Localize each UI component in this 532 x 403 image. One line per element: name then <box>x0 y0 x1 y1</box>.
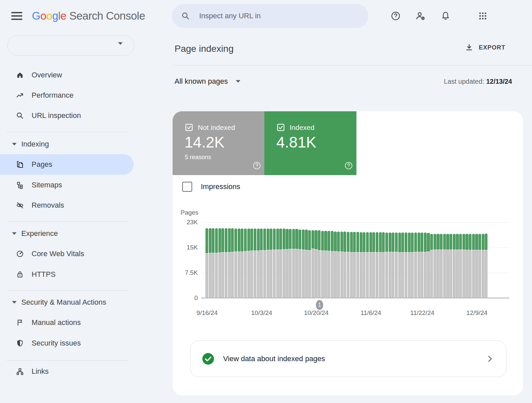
card-label: Not indexed <box>198 124 235 132</box>
sidebar-item-links[interactable]: Links <box>0 363 140 380</box>
chart-bar-not-indexed <box>283 250 285 298</box>
chart-bar <box>421 224 423 298</box>
chart-bar-indexed <box>482 234 484 250</box>
chart-bar <box>260 224 263 298</box>
sidebar-item-label: Removals <box>32 201 64 210</box>
chart-bar-not-indexed <box>247 251 250 298</box>
chart-bar <box>401 224 404 298</box>
chart-bar <box>398 224 401 298</box>
chart-bar-indexed <box>209 228 211 253</box>
chart-bar <box>276 224 279 298</box>
help-button[interactable] <box>388 8 404 24</box>
card-value: 14.2K <box>185 133 224 151</box>
chart-bar-not-indexed <box>350 252 353 298</box>
chart-bar-indexed <box>267 229 269 250</box>
chart-bar-indexed <box>334 232 336 251</box>
chart-bar-not-indexed <box>376 252 378 298</box>
help-circle-icon[interactable] <box>344 161 353 170</box>
export-button[interactable]: EXPORT <box>465 43 505 52</box>
url-inspect-searchbar[interactable] <box>172 4 368 28</box>
chart-bar-not-indexed <box>308 251 311 298</box>
chart-bar-indexed <box>356 232 359 252</box>
chart-bar-not-indexed <box>414 252 417 298</box>
chart-bar-indexed <box>376 232 378 252</box>
chart-bar <box>366 224 369 298</box>
checkbox-checked-icon[interactable] <box>277 123 285 132</box>
chart-x-tick-label: 10/20/24 <box>304 309 329 317</box>
chart-bar <box>225 224 227 298</box>
sidebar-item-overview[interactable]: Overview <box>0 66 140 84</box>
card-not-indexed[interactable]: Not indexed 14.2K 5 reasons <box>173 111 264 175</box>
chart-bar-indexed <box>459 234 462 250</box>
chart-bar-not-indexed <box>257 251 260 298</box>
chart-bar-indexed <box>478 234 481 250</box>
scope-dropdown[interactable]: All known pages <box>175 77 240 86</box>
checkbox-unchecked-icon[interactable] <box>182 182 192 192</box>
chart-bar-indexed <box>254 229 256 251</box>
chart-bar-not-indexed <box>369 252 372 298</box>
sidebar-item-removals[interactable]: Removals <box>0 197 140 214</box>
chart-bar <box>334 224 336 298</box>
sidebar-item-sitemaps[interactable]: Sitemaps <box>0 176 140 194</box>
chart-bar-not-indexed <box>302 250 305 298</box>
chart-bar-indexed <box>366 232 369 252</box>
hamburger-menu-button[interactable] <box>9 8 25 24</box>
sidebar-item-core-web-vitals[interactable]: Core Web Vitals <box>0 245 140 262</box>
sidebar-item-https[interactable]: HTTPS <box>0 266 140 283</box>
chart-x-axis-labels: 9/16/2410/3/2410/20/2411/6/2411/22/2412/… <box>205 309 488 317</box>
impressions-toggle[interactable]: Impressions <box>182 182 240 192</box>
sidebar-section-indexing[interactable]: Indexing <box>0 137 140 151</box>
sidebar-section-experience[interactable]: Experience <box>0 226 140 241</box>
chart-bar-indexed <box>286 229 288 249</box>
chart-bar <box>270 224 272 298</box>
chart-bar-indexed <box>369 232 372 252</box>
chart-bar-not-indexed <box>440 250 443 298</box>
chart-bar-indexed <box>408 233 411 252</box>
sidebar-item-label: URL inspection <box>32 111 81 120</box>
chart-bar-indexed <box>247 229 250 251</box>
sidebar-item-pages[interactable]: Pages <box>0 156 140 173</box>
eye-off-icon <box>16 201 24 209</box>
chart-bar-indexed <box>321 231 324 251</box>
last-updated-value: 12/13/24 <box>486 78 512 85</box>
apps-grid-icon <box>478 11 487 21</box>
sidebar-item-url-inspection[interactable]: URL inspection <box>0 107 140 124</box>
sidebar-item-label: HTTPS <box>32 270 56 279</box>
chart-annotation-marker[interactable]: 1 <box>316 300 323 310</box>
help-circle-icon[interactable] <box>252 161 261 170</box>
card-subtext: 5 reasons <box>185 154 211 161</box>
notifications-button[interactable] <box>438 8 454 24</box>
chart-bar-not-indexed <box>324 251 327 298</box>
property-selector[interactable] <box>7 36 134 55</box>
sidebar-item-manual-actions[interactable]: Manual actions <box>0 314 140 331</box>
chart-bar-indexed <box>398 233 401 252</box>
card-indexed[interactable]: Indexed 4.81K <box>264 111 356 175</box>
flag-icon <box>16 319 24 327</box>
chart-bar-indexed <box>276 229 279 250</box>
chart-bar-indexed <box>411 233 414 252</box>
chart-bar <box>279 224 282 298</box>
view-data-link[interactable]: View data about indexed pages <box>190 341 506 377</box>
chart-bar-not-indexed <box>478 250 481 298</box>
chart-bar-indexed <box>472 234 475 250</box>
checkbox-checked-icon[interactable] <box>185 123 193 132</box>
chart-bar <box>427 224 430 298</box>
search-input[interactable] <box>199 11 346 21</box>
chart-bar <box>315 224 317 298</box>
last-updated: Last updated:12/13/24 <box>444 78 512 85</box>
chart-bar <box>250 224 253 298</box>
sidebar-item-security-issues[interactable]: Security issues <box>0 335 140 352</box>
google-apps-button[interactable] <box>475 8 491 24</box>
chart-bar <box>469 224 471 298</box>
sidebar-section-security-manual-actions[interactable]: Security & Manual Actions <box>0 295 140 310</box>
chart-bar-not-indexed <box>446 250 449 298</box>
chart-bar-not-indexed <box>315 250 317 298</box>
chart-bar-indexed <box>331 231 333 251</box>
chart-bar-indexed <box>244 229 247 251</box>
chart-bar-not-indexed <box>270 250 272 298</box>
chart-bar-not-indexed <box>456 250 459 298</box>
chart-bar <box>343 224 346 298</box>
chart-bar-indexed <box>225 228 227 252</box>
user-settings-button[interactable] <box>413 8 429 24</box>
sidebar-item-performance[interactable]: Performance <box>0 87 140 104</box>
